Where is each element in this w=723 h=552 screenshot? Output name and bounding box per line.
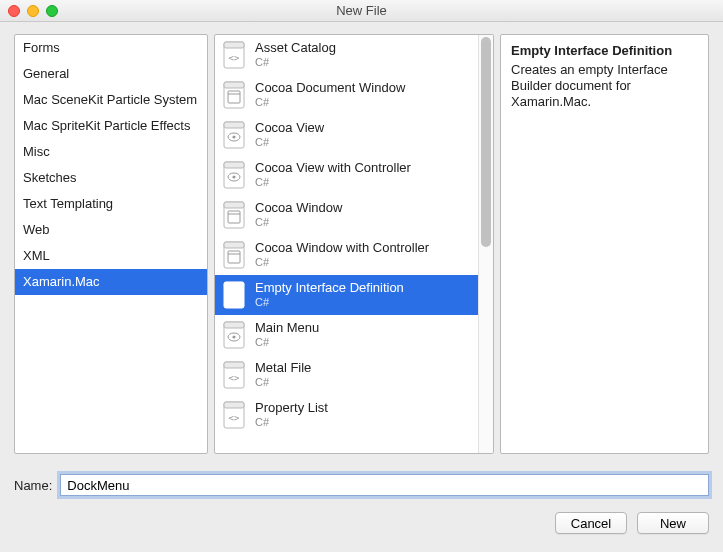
template-item[interactable]: Property ListC# <box>215 395 493 435</box>
template-text: Cocoa ViewC# <box>255 120 324 150</box>
code-icon <box>221 360 247 390</box>
window-controls <box>8 5 58 17</box>
template-label: Metal File <box>255 360 311 375</box>
view-icon <box>221 320 247 350</box>
template-label: Main Menu <box>255 320 319 335</box>
template-list: Asset CatalogC#Cocoa Document WindowC#Co… <box>215 35 493 453</box>
view-icon <box>221 120 247 150</box>
description-title: Empty Interface Definition <box>511 43 698 58</box>
window-title: New File <box>336 3 387 18</box>
name-label: Name: <box>14 478 52 493</box>
code-icon <box>221 40 247 70</box>
window-icon <box>221 200 247 230</box>
code-icon <box>221 400 247 430</box>
template-text: Empty Interface DefinitionC# <box>255 280 404 310</box>
scrollbar[interactable] <box>478 35 493 453</box>
template-item[interactable]: Cocoa ViewC# <box>215 115 493 155</box>
category-item[interactable]: Text Templating <box>15 191 207 217</box>
template-item[interactable]: Asset CatalogC# <box>215 35 493 75</box>
template-sublabel: C# <box>255 255 429 270</box>
template-sublabel: C# <box>255 415 328 430</box>
template-label: Cocoa Window <box>255 200 342 215</box>
category-pane: FormsGeneralMac SceneKit Particle System… <box>14 34 208 454</box>
template-text: Cocoa View with ControllerC# <box>255 160 411 190</box>
category-list: FormsGeneralMac SceneKit Particle System… <box>15 35 207 295</box>
category-item[interactable]: Forms <box>15 35 207 61</box>
template-sublabel: C# <box>255 375 311 390</box>
category-item[interactable]: Xamarin.Mac <box>15 269 207 295</box>
zoom-icon[interactable] <box>46 5 58 17</box>
template-label: Cocoa View with Controller <box>255 160 411 175</box>
template-sublabel: C# <box>255 175 411 190</box>
description-pane: Empty Interface Definition Creates an em… <box>500 34 709 454</box>
category-item[interactable]: General <box>15 61 207 87</box>
category-item[interactable]: Mac SpriteKit Particle Effects <box>15 113 207 139</box>
template-text: Property ListC# <box>255 400 328 430</box>
close-icon[interactable] <box>8 5 20 17</box>
template-label: Property List <box>255 400 328 415</box>
view-icon <box>221 280 247 310</box>
template-text: Main MenuC# <box>255 320 319 350</box>
template-sublabel: C# <box>255 55 336 70</box>
template-text: Metal FileC# <box>255 360 311 390</box>
category-item[interactable]: Misc <box>15 139 207 165</box>
template-label: Cocoa Window with Controller <box>255 240 429 255</box>
name-input[interactable] <box>60 474 709 496</box>
dialog-body: FormsGeneralMac SceneKit Particle System… <box>0 22 723 464</box>
template-item[interactable]: Main MenuC# <box>215 315 493 355</box>
template-item[interactable]: Cocoa WindowC# <box>215 195 493 235</box>
category-item[interactable]: Web <box>15 217 207 243</box>
template-sublabel: C# <box>255 215 342 230</box>
template-sublabel: C# <box>255 135 324 150</box>
cancel-button[interactable]: Cancel <box>555 512 627 534</box>
template-label: Cocoa Document Window <box>255 80 405 95</box>
category-item[interactable]: Sketches <box>15 165 207 191</box>
template-item[interactable]: Metal FileC# <box>215 355 493 395</box>
template-label: Empty Interface Definition <box>255 280 404 295</box>
template-item[interactable]: Cocoa Window with ControllerC# <box>215 235 493 275</box>
view-icon <box>221 160 247 190</box>
button-row: Cancel New <box>0 500 723 534</box>
template-text: Cocoa Window with ControllerC# <box>255 240 429 270</box>
template-text: Asset CatalogC# <box>255 40 336 70</box>
minimize-icon[interactable] <box>27 5 39 17</box>
scrollbar-thumb[interactable] <box>481 37 491 247</box>
template-sublabel: C# <box>255 335 319 350</box>
template-item[interactable]: Empty Interface DefinitionC# <box>215 275 493 315</box>
template-label: Asset Catalog <box>255 40 336 55</box>
template-label: Cocoa View <box>255 120 324 135</box>
template-sublabel: C# <box>255 95 405 110</box>
window-icon <box>221 240 247 270</box>
titlebar: New File <box>0 0 723 22</box>
window-icon <box>221 80 247 110</box>
template-item[interactable]: Cocoa Document WindowC# <box>215 75 493 115</box>
template-sublabel: C# <box>255 295 404 310</box>
template-text: Cocoa WindowC# <box>255 200 342 230</box>
category-item[interactable]: Mac SceneKit Particle System <box>15 87 207 113</box>
new-button[interactable]: New <box>637 512 709 534</box>
name-row: Name: <box>0 470 723 500</box>
template-text: Cocoa Document WindowC# <box>255 80 405 110</box>
template-pane: Asset CatalogC#Cocoa Document WindowC#Co… <box>214 34 494 454</box>
category-item[interactable]: XML <box>15 243 207 269</box>
description-body: Creates an empty Interface Builder docum… <box>511 62 698 110</box>
template-item[interactable]: Cocoa View with ControllerC# <box>215 155 493 195</box>
